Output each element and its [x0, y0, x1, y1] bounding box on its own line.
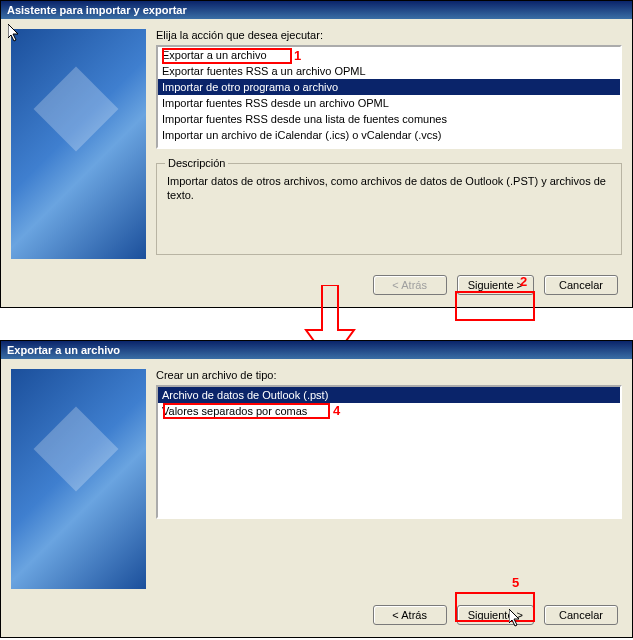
- list-item[interactable]: Importar un archivo vCard (.vcf): [158, 143, 620, 149]
- wizard-dialog-export-file: Exportar a un archivo Crear un archivo d…: [0, 340, 633, 638]
- list-item[interactable]: Importar fuentes RSS desde un archivo OP…: [158, 95, 620, 111]
- list-item[interactable]: Exportar a un archivo: [158, 47, 620, 63]
- list-item[interactable]: Importar fuentes RSS desde una lista de …: [158, 111, 620, 127]
- button-row: < Atrás Siguiente > Cancelar: [1, 265, 632, 307]
- description-legend: Descripción: [165, 157, 228, 169]
- description-group: Descripción Importar datos de otros arch…: [156, 163, 622, 255]
- action-listbox[interactable]: Exportar a un archivoExportar fuentes RS…: [156, 45, 622, 149]
- instruction-label: Elija la acción que desea ejecutar:: [156, 29, 622, 41]
- next-button[interactable]: Siguiente >: [457, 275, 534, 295]
- instruction-label: Crear un archivo de tipo:: [156, 369, 622, 381]
- back-button[interactable]: < Atrás: [373, 605, 447, 625]
- wizard-dialog-import-export: Asistente para importar y exportar Elija…: [0, 0, 633, 308]
- dialog-title: Asistente para importar y exportar: [1, 1, 632, 19]
- list-item[interactable]: Importar de otro programa o archivo: [158, 79, 620, 95]
- wizard-side-image: [11, 29, 146, 259]
- list-item[interactable]: Importar un archivo de iCalendar (.ics) …: [158, 127, 620, 143]
- dialog-title: Exportar a un archivo: [1, 341, 632, 359]
- next-button[interactable]: Siguiente >: [457, 605, 534, 625]
- wizard-side-image: [11, 369, 146, 589]
- back-button: < Atrás: [373, 275, 447, 295]
- list-item[interactable]: Archivo de datos de Outlook (.pst): [158, 387, 620, 403]
- description-text: Importar datos de otros archivos, como a…: [167, 174, 611, 202]
- list-item[interactable]: Valores separados por comas: [158, 403, 620, 419]
- cancel-button[interactable]: Cancelar: [544, 275, 618, 295]
- cancel-button[interactable]: Cancelar: [544, 605, 618, 625]
- button-row: < Atrás Siguiente > Cancelar: [1, 595, 632, 637]
- file-type-listbox[interactable]: Archivo de datos de Outlook (.pst)Valore…: [156, 385, 622, 519]
- list-item[interactable]: Exportar fuentes RSS a un archivo OPML: [158, 63, 620, 79]
